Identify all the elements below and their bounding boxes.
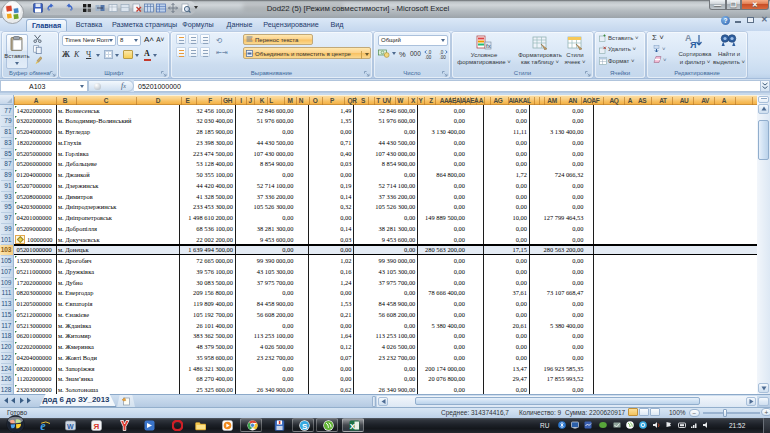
svg-text:fx: fx [486,43,491,49]
svg-text:W: W [67,423,74,430]
svg-text:X: X [349,422,355,431]
svg-text:Я: Я [690,40,696,50]
svg-text:S: S [302,422,308,431]
svg-text:Я: Я [93,422,99,431]
svg-text:,00: ,00 [425,55,432,60]
